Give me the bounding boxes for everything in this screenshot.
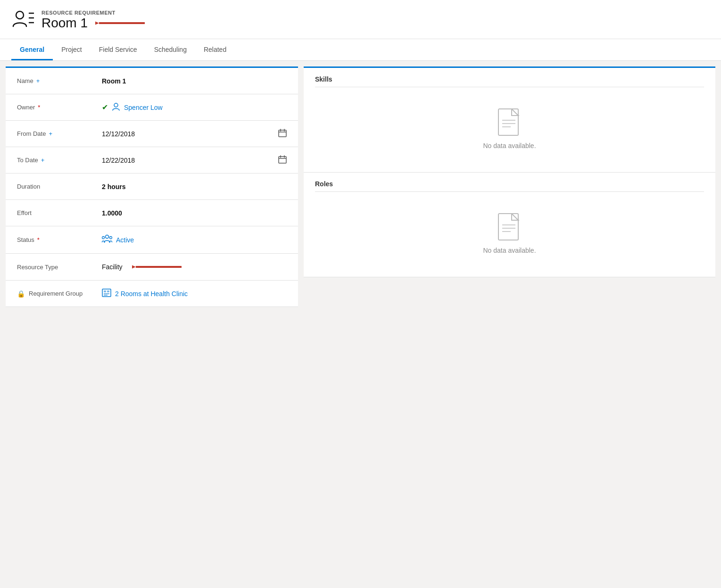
field-resource-type-row: Resource Type Facility	[6, 254, 298, 281]
field-effort-row: Effort 1.0000	[6, 200, 298, 226]
field-requirement-group-row: 🔒 Requirement Group 2 Rooms at Health Cl…	[6, 281, 298, 307]
to-date-text[interactable]: 12/22/2018	[102, 157, 135, 164]
field-duration-value[interactable]: 2 hours	[102, 183, 287, 190]
field-to-date-value: 12/22/2018	[102, 155, 287, 166]
field-to-date-label: To Date +	[17, 157, 102, 164]
field-from-date-value: 12/12/2018	[102, 129, 287, 139]
tab-general[interactable]: General	[11, 39, 53, 60]
field-duration-row: Duration 2 hours	[6, 174, 298, 200]
field-owner-label: Owner *	[17, 104, 102, 111]
title-arrow-annotation	[95, 17, 147, 30]
field-from-date-label: From Date +	[17, 130, 102, 137]
field-effort-value[interactable]: 1.0000	[102, 209, 287, 217]
skills-section-title: Skills	[315, 75, 704, 87]
tab-scheduling[interactable]: Scheduling	[146, 39, 195, 60]
field-status-value: Active	[102, 234, 287, 246]
svg-rect-7	[279, 130, 286, 137]
field-name-row: Name + Room 1	[6, 68, 298, 94]
roles-section: Roles No data available.	[304, 173, 715, 277]
name-required-indicator: +	[36, 77, 40, 84]
from-date-required-indicator: +	[49, 130, 52, 137]
svg-rect-21	[104, 290, 106, 292]
roles-empty-icon	[497, 213, 522, 241]
roles-no-data-text: No data available.	[483, 247, 536, 254]
owner-person-icon	[112, 102, 120, 113]
main-content: Name + Room 1 Owner * ✔ Spencer Low	[0, 61, 721, 313]
lock-icon: 🔒	[17, 290, 25, 298]
field-status-label: Status *	[17, 236, 102, 243]
status-group-icon	[102, 234, 112, 246]
owner-verified-icon: ✔	[102, 103, 108, 112]
header-text-block: RESOURCE REQUIREMENT Room 1	[41, 10, 147, 31]
field-from-date-row: From Date + 12/12/2018	[6, 121, 298, 147]
field-requirement-group-value: 2 Rooms at Health Clinic	[102, 289, 287, 299]
field-owner-value: ✔ Spencer Low	[102, 102, 287, 113]
skills-section: Skills No data available.	[304, 68, 715, 173]
field-status-row: Status * Active	[6, 226, 298, 254]
skills-empty-icon	[497, 108, 522, 136]
field-duration-label: Duration	[17, 183, 102, 190]
skills-no-data: No data available.	[315, 93, 704, 165]
roles-no-data: No data available.	[315, 198, 704, 269]
header-subtitle: RESOURCE REQUIREMENT	[41, 10, 147, 16]
tab-field-service[interactable]: Field Service	[91, 39, 146, 60]
right-panel: Skills No data available. Roles	[304, 66, 715, 277]
field-name-value[interactable]: Room 1	[102, 77, 287, 85]
page-title: Room 1	[41, 16, 88, 31]
svg-point-17	[110, 237, 112, 239]
header-title-row: Room 1	[41, 16, 147, 31]
svg-point-16	[102, 237, 105, 239]
roles-section-title: Roles	[315, 180, 704, 192]
field-resource-type-label: Resource Type	[17, 264, 102, 271]
resource-type-arrow-annotation	[132, 261, 184, 273]
svg-rect-11	[279, 157, 286, 163]
svg-point-6	[114, 103, 118, 107]
resource-requirement-icon	[11, 8, 34, 33]
status-required-indicator: *	[37, 236, 40, 243]
svg-rect-22	[107, 290, 109, 292]
tab-related[interactable]: Related	[195, 39, 235, 60]
owner-link[interactable]: Spencer Low	[124, 104, 163, 111]
resource-type-text[interactable]: Facility	[102, 263, 123, 271]
tab-project[interactable]: Project	[53, 39, 91, 60]
field-name-label: Name +	[17, 77, 102, 84]
to-date-calendar-icon[interactable]	[278, 155, 287, 166]
field-effort-label: Effort	[17, 209, 102, 216]
requirement-group-link[interactable]: 2 Rooms at Health Clinic	[115, 290, 188, 298]
svg-point-15	[106, 235, 109, 239]
page-header: RESOURCE REQUIREMENT Room 1	[0, 0, 721, 39]
field-resource-type-value: Facility	[102, 261, 287, 273]
from-date-calendar-icon[interactable]	[278, 129, 287, 139]
field-owner-row: Owner * ✔ Spencer Low	[6, 94, 298, 121]
left-form-panel: Name + Room 1 Owner * ✔ Spencer Low	[6, 66, 298, 307]
from-date-text[interactable]: 12/12/2018	[102, 130, 135, 138]
tab-bar: General Project Field Service Scheduling…	[0, 39, 721, 61]
owner-required-indicator: *	[38, 104, 40, 111]
field-to-date-row: To Date + 12/22/2018	[6, 147, 298, 174]
field-requirement-group-label: 🔒 Requirement Group	[17, 290, 102, 298]
skills-no-data-text: No data available.	[483, 142, 536, 149]
to-date-required-indicator: +	[41, 157, 45, 164]
status-value-link[interactable]: Active	[116, 236, 134, 244]
requirement-group-icon	[102, 289, 111, 299]
svg-point-0	[16, 11, 24, 19]
